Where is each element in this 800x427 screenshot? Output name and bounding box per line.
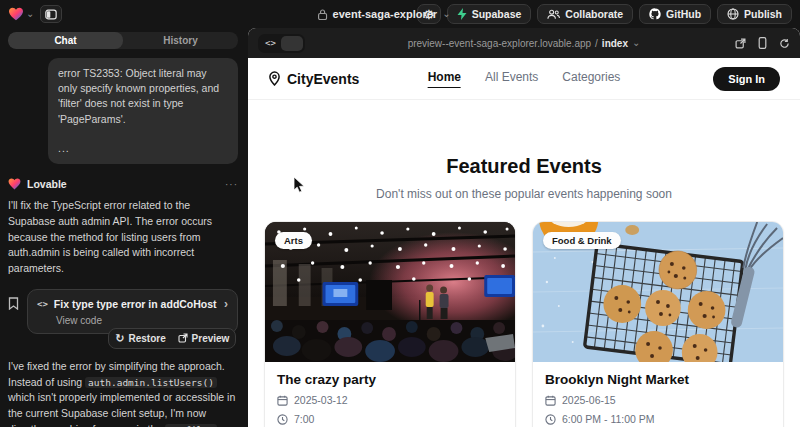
event-date-row: 2025-03-12	[277, 394, 503, 406]
github-button[interactable]: GitHub	[639, 4, 711, 24]
tab-history[interactable]: History	[123, 32, 238, 49]
refresh-button[interactable]	[779, 38, 790, 49]
site-header: CityEvents Home All Events Categories Si…	[248, 58, 800, 100]
nav-all-events[interactable]: All Events	[485, 70, 538, 88]
lovable-heart-icon	[8, 7, 24, 21]
supabase-button[interactable]: Supabase	[447, 4, 532, 24]
assistant-intro: I'll fix the TypeScript error related to…	[8, 198, 238, 277]
tab-history-label: History	[163, 35, 197, 46]
chat-history-tabs: Chat History	[8, 32, 238, 49]
event-date-row: 2025-06-15	[545, 394, 771, 406]
tab-chat[interactable]: Chat	[8, 32, 123, 49]
event-time-row: 6:00 PM - 11:00 PM	[545, 413, 771, 425]
open-external-button[interactable]	[735, 38, 746, 49]
assistant-name: Lovable	[27, 178, 67, 190]
clock-icon	[277, 414, 288, 425]
code-icon: <>	[37, 299, 48, 309]
chevron-right-icon: ›	[224, 297, 228, 311]
featured-section-header: Featured Events Don't miss out on these …	[248, 155, 800, 201]
version-title: Fix type type error in addCoHost	[54, 298, 217, 310]
tab-chat-label: Chat	[54, 35, 76, 46]
restore-icon: ↻	[115, 332, 124, 345]
event-title: Brooklyn Night Market	[545, 372, 771, 387]
code-preview-toggle[interactable]: <>	[258, 34, 305, 53]
lock-icon	[318, 9, 328, 20]
event-image-cookies: Food & Drink	[533, 222, 783, 362]
event-date: 2025-03-12	[294, 394, 348, 406]
preview-pane: <> preview--event-saga-explorer.lovable.…	[248, 28, 800, 427]
inline-code: auth.admin.listUsers()	[85, 377, 217, 388]
category-badge: Food & Drink	[543, 232, 621, 249]
toggle-sidebar-button[interactable]	[40, 5, 62, 23]
preview-toolbar: <> preview--event-saga-explorer.lovable.…	[248, 28, 800, 58]
project-switcher[interactable]: event-saga-explorer ⌄	[318, 0, 451, 28]
preview-url[interactable]: preview--event-saga-explorer.lovable.app…	[408, 38, 641, 49]
event-time: 6:00 PM - 11:00 PM	[562, 413, 655, 425]
supabase-label: Supabase	[472, 8, 522, 20]
site-content: CityEvents Home All Events Categories Si…	[248, 58, 800, 427]
url-path: index	[602, 38, 628, 49]
message-menu-button[interactable]: ···	[225, 179, 238, 190]
nav-categories[interactable]: Categories	[562, 70, 620, 88]
supabase-bolt-icon	[457, 8, 467, 20]
map-pin-icon	[268, 71, 281, 86]
view-code-link[interactable]: View code	[56, 315, 228, 326]
publish-button[interactable]: Publish	[717, 4, 792, 24]
nav-home[interactable]: Home	[428, 70, 461, 88]
event-time: 7:00	[294, 413, 314, 425]
toggle-thumb	[281, 36, 303, 51]
event-card-crazy-party[interactable]: Arts The crazy party 2025-03-12	[264, 221, 516, 427]
panel-icon	[45, 9, 57, 20]
publish-label: Publish	[744, 8, 782, 20]
event-card-brooklyn-market[interactable]: Food & Drink Brooklyn Night Market 2025-…	[532, 221, 784, 427]
category-badge: Arts	[275, 232, 312, 249]
sign-in-button[interactable]: Sign In	[713, 67, 780, 91]
user-message-text: error TS2353: Object literal may only sp…	[58, 67, 219, 125]
chat-sidebar: Chat History error TS2353: Object litera…	[0, 28, 248, 427]
event-title: The crazy party	[277, 372, 503, 387]
section-subtitle: Don't miss out on these popular events h…	[248, 187, 800, 201]
user-message: error TS2353: Object literal may only sp…	[48, 58, 238, 164]
outro-text-2: which isn't properly implemented or acce…	[8, 391, 235, 427]
github-icon	[649, 8, 661, 20]
preview-button[interactable]: Preview	[172, 329, 235, 348]
mouse-cursor	[293, 176, 305, 194]
lovable-logo-menu[interactable]: ⌄	[8, 7, 34, 21]
globe-icon	[727, 8, 739, 20]
assistant-outro: I've fixed the error by simplifying the …	[8, 359, 238, 427]
clock-icon	[545, 414, 556, 425]
preview-label: Preview	[192, 333, 230, 344]
restore-label: Restore	[128, 333, 165, 344]
calendar-icon	[277, 395, 288, 406]
ellipsis-text: ...	[58, 141, 228, 156]
section-title: Featured Events	[248, 155, 800, 178]
mobile-view-button[interactable]	[758, 37, 767, 49]
event-cards: Arts The crazy party 2025-03-12	[248, 221, 800, 427]
chevron-down-icon: ⌄	[442, 9, 450, 19]
restore-button[interactable]: ↻ Restore	[109, 329, 172, 348]
version-actions: ↻ Restore Preview	[108, 328, 236, 349]
code-icon: <>	[260, 38, 281, 48]
bookmark-icon[interactable]	[8, 297, 19, 310]
url-separator: /	[595, 38, 598, 49]
lovable-heart-icon	[8, 178, 21, 190]
calendar-icon	[545, 395, 556, 406]
collaborate-label: Collaborate	[565, 8, 623, 20]
event-date: 2025-06-15	[562, 394, 616, 406]
site-brand[interactable]: CityEvents	[268, 71, 359, 87]
chevron-down-icon: ⌄	[632, 38, 640, 48]
brand-name: CityEvents	[287, 71, 359, 87]
chevron-down-icon: ⌄	[26, 9, 34, 19]
event-time-row: 7:00	[277, 413, 503, 425]
github-label: GitHub	[666, 8, 701, 20]
project-name: event-saga-explorer	[333, 8, 438, 20]
top-bar: ⌄ event-saga-explorer ⌄ ⚙ Supabase	[0, 0, 800, 28]
assistant-header: Lovable ···	[8, 178, 238, 190]
event-image-party: Arts	[265, 222, 515, 362]
people-icon	[547, 9, 560, 20]
external-link-icon	[178, 333, 188, 343]
collaborate-button[interactable]: Collaborate	[537, 4, 633, 24]
url-host: preview--event-saga-explorer.lovable.app	[408, 38, 591, 49]
site-nav: Home All Events Categories	[428, 70, 621, 88]
